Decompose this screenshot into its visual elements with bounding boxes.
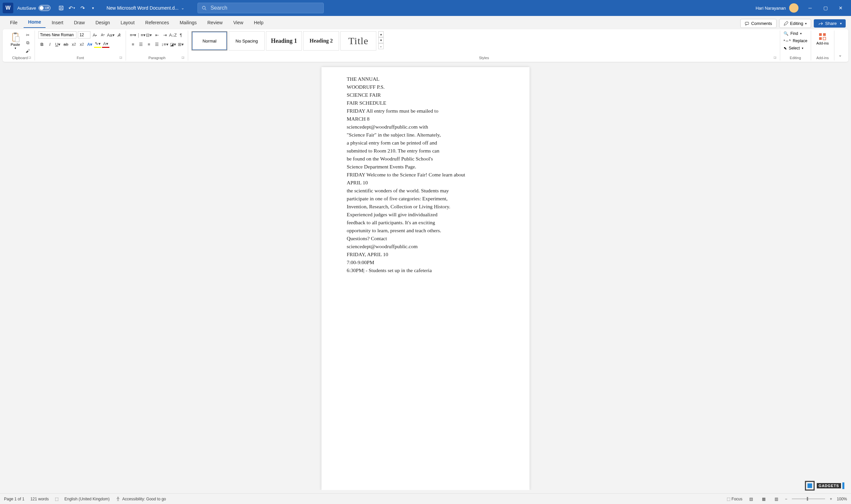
document-canvas[interactable]: THE ANNUAL WOODRUFF P.S. SCIENCE FAIR FA… [0,63,851,490]
change-case-icon[interactable]: Aa▾ [107,31,114,38]
underline-icon[interactable]: U▾ [54,40,61,48]
doc-line[interactable]: FRIDAY Welcome to the Science Fair! Come… [347,171,504,179]
style-normal[interactable]: Normal [192,31,227,51]
doc-line[interactable]: submitted to Room 210. The entry forms c… [347,147,504,155]
tab-mailings[interactable]: Mailings [175,17,201,28]
styles-down-icon[interactable]: ▾ [378,37,384,43]
align-left-icon[interactable]: ≡ [129,40,137,48]
tab-layout[interactable]: Layout [116,17,139,28]
shrink-font-icon[interactable]: A▾ [99,31,106,38]
close-icon[interactable]: ✕ [833,0,848,16]
shading-icon[interactable]: ◪▾ [169,40,177,48]
tab-draw[interactable]: Draw [69,17,89,28]
autosave-toggle[interactable]: AutoSave Off [17,5,51,11]
user-account[interactable]: Hari Narayanan [756,3,798,13]
tab-design[interactable]: Design [91,17,115,28]
tab-home[interactable]: Home [23,17,46,28]
redo-icon[interactable]: ↷ [77,3,88,13]
launcher-icon[interactable]: ◲ [774,56,777,59]
select-button[interactable]: ⬉Select▾ [783,46,803,51]
editing-mode-button[interactable]: Editing ▾ [779,19,812,28]
doc-line[interactable]: Science Department Events Page. [347,163,504,171]
tab-file[interactable]: File [5,17,22,28]
search-input[interactable]: Search [197,3,324,13]
styles-up-icon[interactable]: ▴ [378,31,384,37]
doc-line[interactable]: participate in one of five categories: E… [347,195,504,203]
justify-icon[interactable]: ☰ [153,40,161,48]
multilevel-list-icon[interactable]: ⊟▾ [145,31,153,38]
highlight-icon[interactable]: ✎▾ [94,40,101,48]
doc-line[interactable]: "Science Fair" in the subject line. Alte… [347,131,504,139]
doc-line[interactable]: opportunity to learn, present and teach … [347,227,504,235]
doc-line[interactable]: Experienced judges will give individuali… [347,211,504,219]
strikethrough-icon[interactable]: ab [62,40,70,48]
toggle-switch[interactable]: Off [39,5,51,11]
increase-indent-icon[interactable]: ⇥ [161,31,169,38]
tab-insert[interactable]: Insert [47,17,68,28]
doc-line[interactable]: Questions? Contact [347,235,504,242]
launcher-icon[interactable]: ◲ [28,56,31,59]
replace-button[interactable]: ᵃ↔ᵇReplace [783,38,808,43]
launcher-icon[interactable]: ◲ [119,56,122,59]
doc-line[interactable]: FRIDAY, APRIL 10 [347,251,504,258]
doc-line[interactable]: sciencedept@woodruffpublic.com with [347,123,504,131]
doc-line[interactable]: be found on the Woodruff Public School's [347,155,504,163]
align-right-icon[interactable]: ≡ [145,40,153,48]
tab-review[interactable]: Review [203,17,227,28]
style-title[interactable]: Title [340,31,376,51]
style-heading1[interactable]: Heading 1 [266,31,302,51]
doc-line[interactable]: FRIDAY All entry forms must be emailed t… [347,107,504,115]
tab-help[interactable]: Help [249,17,268,28]
numbering-icon[interactable]: ⋮≡▾ [137,31,145,38]
format-painter-icon[interactable]: 🖌 [24,47,31,54]
styles-more-icon[interactable]: ⌄ [378,43,384,49]
italic-icon[interactable]: I [46,40,54,48]
font-size-select[interactable] [78,31,90,38]
maximize-icon[interactable]: ▢ [818,0,833,16]
style-heading2[interactable]: Heading 2 [303,31,339,51]
tab-references[interactable]: References [141,17,174,28]
font-name-select[interactable] [38,31,76,38]
doc-line[interactable]: sciencedept@woodruffpublic.com [347,242,504,251]
grow-font-icon[interactable]: A▴ [91,31,99,38]
doc-line[interactable]: APRIL 10 [347,179,504,187]
doc-line[interactable]: the scientific wonders of the world. Stu… [347,187,504,195]
doc-line[interactable]: 7:00-9:00PM [347,258,504,267]
save-icon[interactable] [56,3,67,13]
bold-icon[interactable]: B [38,40,46,48]
doc-line[interactable]: SCIENCE FAIR [347,91,504,99]
borders-icon[interactable]: ⊞▾ [177,40,184,48]
doc-line[interactable]: MARCH 8 [347,115,504,123]
paste-button[interactable]: Paste ▾ [8,31,22,51]
collapse-ribbon-icon[interactable]: ⌄ [836,51,844,58]
line-spacing-icon[interactable]: ↕≡▾ [161,40,169,48]
doc-line[interactable]: a physical entry form can be printed off… [347,139,504,147]
sort-icon[interactable]: A↓Z [169,31,177,38]
chevron-down-icon[interactable]: ⌄ [181,6,184,10]
copy-icon[interactable]: ⧉ [24,39,31,47]
undo-icon[interactable]: ↶▾ [67,3,77,13]
style-no-spacing[interactable]: No Spacing [229,31,265,51]
document-title[interactable]: New Microsoft Word Document.d... ⌄ [106,5,184,11]
launcher-icon[interactable]: ◲ [181,56,184,59]
doc-line[interactable]: feedback to all participants. It's an ex… [347,219,504,227]
minimize-icon[interactable]: ─ [802,0,818,16]
qat-customize-icon[interactable]: ▾ [88,3,99,13]
font-color-icon[interactable]: A▾ [102,40,109,48]
addins-button[interactable]: Add-ins [814,31,831,46]
doc-line[interactable]: WOODRUFF P.S. [347,83,504,91]
page[interactable]: THE ANNUAL WOODRUFF P.S. SCIENCE FAIR FA… [321,67,530,490]
doc-line[interactable]: 6:30PM| - Students set up in the cafeter… [347,267,504,274]
subscript-icon[interactable]: x2 [70,40,77,48]
tab-view[interactable]: View [229,17,248,28]
clear-formatting-icon[interactable]: A̷ [115,31,122,38]
superscript-icon[interactable]: x2 [78,40,85,48]
doc-line[interactable]: THE ANNUAL [347,75,504,83]
bullets-icon[interactable]: ≡•▾ [129,31,137,38]
find-button[interactable]: 🔍Find▾ [783,31,802,36]
doc-line[interactable]: Invention, Research, Collection or Livin… [347,203,504,211]
comments-button[interactable]: Comments [740,19,777,28]
cut-icon[interactable]: ✂ [24,31,31,38]
text-effects-icon[interactable]: A▾ [86,40,93,48]
decrease-indent-icon[interactable]: ⇤ [153,31,161,38]
